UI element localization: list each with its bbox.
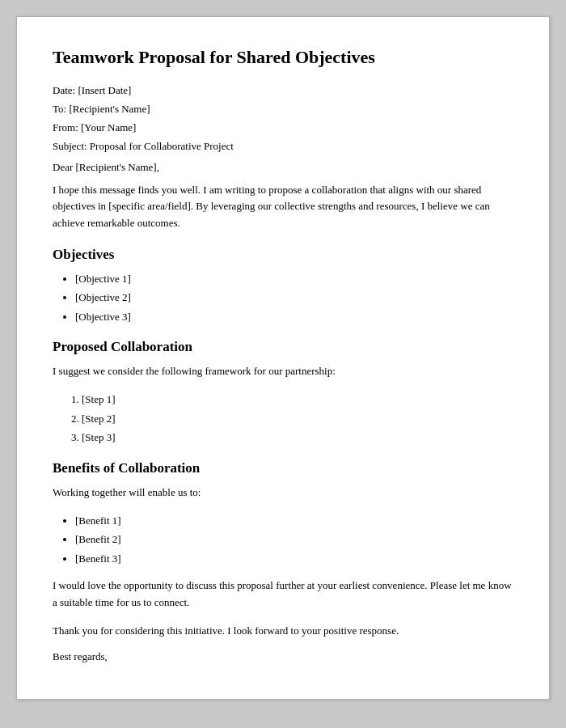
document-container: Teamwork Proposal for Shared Objectives … [16, 16, 550, 700]
meta-to: To: [Recipient's Name] [53, 103, 513, 116]
list-item: [Objective 3] [75, 309, 513, 325]
meta-subject: Subject: Proposal for Collaborative Proj… [53, 140, 513, 153]
list-item: [Benefit 1] [75, 513, 513, 529]
closing-regards: Best regards, [53, 650, 513, 663]
benefits-list: [Benefit 1] [Benefit 2] [Benefit 3] [75, 513, 513, 567]
closing-para-1: I would love the opportunity to discuss … [53, 578, 513, 612]
list-item: [Step 2] [82, 411, 513, 427]
list-item: [Step 1] [82, 392, 513, 408]
list-item: [Benefit 2] [75, 531, 513, 548]
list-item: [Objective 2] [75, 290, 513, 306]
benefits-intro: Working together will enable us to: [53, 485, 513, 502]
intro-paragraph: I hope this message finds you well. I am… [53, 182, 513, 232]
steps-list: [Step 1] [Step 2] [Step 3] [82, 392, 513, 446]
section-heading-collaboration: Proposed Collaboration [53, 339, 513, 355]
salutation: Dear [Recipient's Name], [53, 161, 513, 174]
list-item: [Benefit 3] [75, 551, 513, 567]
section-heading-objectives: Objectives [53, 247, 513, 263]
collaboration-intro: I suggest we consider the following fram… [53, 363, 513, 380]
section-heading-benefits: Benefits of Collaboration [53, 460, 513, 476]
document-title: Teamwork Proposal for Shared Objectives [53, 46, 513, 70]
meta-date: Date: [Insert Date] [53, 84, 513, 97]
closing-para-2: Thank you for considering this initiativ… [53, 623, 513, 640]
list-item: [Step 3] [82, 430, 513, 446]
list-item: [Objective 1] [75, 271, 513, 287]
meta-from: From: [Your Name] [53, 121, 513, 134]
objectives-list: [Objective 1] [Objective 2] [Objective 3… [75, 271, 513, 325]
